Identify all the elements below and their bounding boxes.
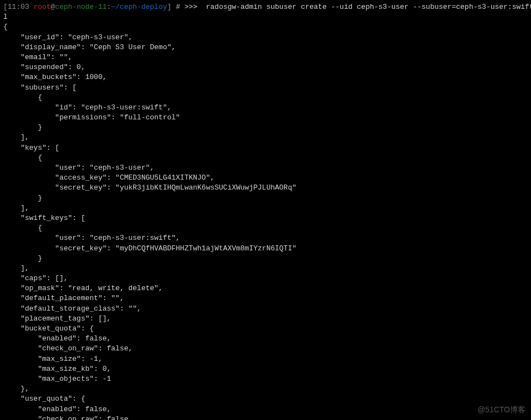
watermark: @51CTO博客	[477, 405, 525, 416]
prompt-path: ~/ceph-deploy	[111, 3, 167, 11]
prompt-user: root	[29, 3, 51, 11]
prompt-colon: :	[107, 3, 111, 11]
prompt-hash: #	[171, 3, 184, 11]
prompt-at: @	[51, 3, 55, 11]
terminal-prompt-line[interactable]: [11:03 root@ceph-node-11:~/ceph-deploy] …	[3, 2, 528, 12]
command-text: radosgw-admin subuser create --uid ceph-…	[206, 3, 531, 11]
command-continuation: l	[3, 12, 528, 22]
bracket-open: [	[3, 3, 8, 11]
prompt-host: ceph-node-11	[55, 3, 107, 11]
prompt-time: 11:03	[8, 3, 29, 11]
prompt-arrows: >>>	[185, 3, 206, 11]
json-output: { "user_id": "ceph-s3-user", "display_na…	[3, 22, 528, 420]
